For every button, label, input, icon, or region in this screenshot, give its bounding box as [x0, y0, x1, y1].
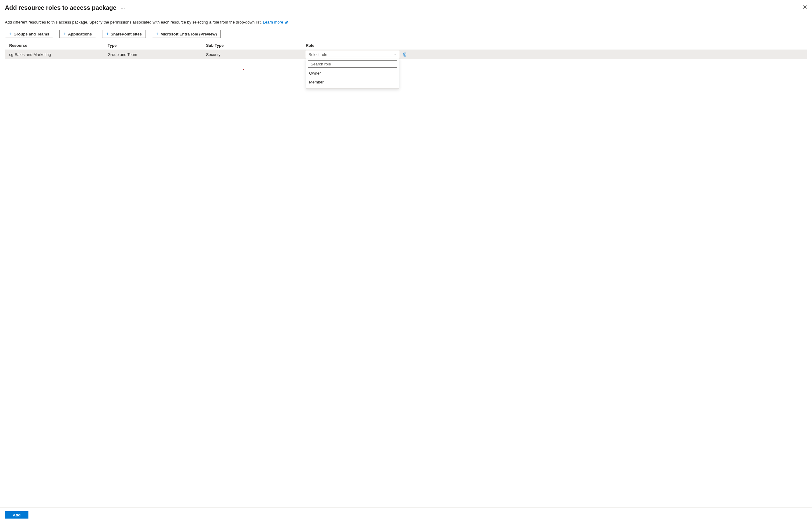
- plus-icon: +: [106, 31, 109, 37]
- panel-footer: Add: [0, 507, 812, 521]
- col-header-subtype: Sub Type: [206, 43, 306, 48]
- close-icon: [803, 5, 807, 9]
- role-option-member[interactable]: Member: [308, 78, 397, 87]
- page-title: Add resource roles to access package: [5, 4, 116, 11]
- plus-icon: +: [156, 31, 159, 37]
- trash-icon: [402, 52, 407, 57]
- role-search-input[interactable]: [308, 60, 397, 68]
- cell-resource: sg-Sales and Marketing: [9, 52, 108, 57]
- plus-icon: +: [9, 31, 11, 37]
- more-actions-icon[interactable]: ···: [121, 6, 125, 10]
- add-sharepoint-button[interactable]: + SharePoint sites: [102, 30, 146, 38]
- table-header-row: Resource Type Sub Type Role: [5, 42, 807, 49]
- table-row: sg-Sales and Marketing Group and Team Se…: [5, 49, 807, 59]
- add-button[interactable]: Add: [5, 511, 28, 519]
- role-dropdown-panel: Owner Member: [306, 58, 399, 89]
- description-text: Add different resources to this access p…: [5, 20, 263, 24]
- red-dot-marker: [243, 69, 244, 70]
- cell-role: Select role Owner Member: [306, 51, 400, 58]
- chevron-down-icon: [393, 52, 396, 56]
- role-select-placeholder: Select role: [308, 52, 327, 57]
- col-header-type: Type: [108, 43, 206, 48]
- add-entra-role-button[interactable]: + Microsoft Entra role (Preview): [152, 30, 221, 38]
- close-button[interactable]: [802, 4, 808, 10]
- role-option-owner[interactable]: Owner: [308, 69, 397, 78]
- add-applications-button[interactable]: + Applications: [59, 30, 96, 38]
- add-groups-teams-button[interactable]: + Groups and Teams: [5, 30, 53, 38]
- role-select-dropdown[interactable]: Select role: [306, 51, 399, 58]
- cell-subtype: Security: [206, 52, 306, 57]
- col-header-role: Role: [306, 43, 400, 48]
- external-link-icon: [285, 21, 288, 24]
- col-header-resource: Resource: [9, 43, 108, 48]
- plus-icon: +: [63, 31, 66, 37]
- resource-type-toolbar: + Groups and Teams + Applications + Shar…: [0, 30, 812, 42]
- delete-row-button[interactable]: [402, 52, 407, 57]
- resources-table: Resource Type Sub Type Role sg-Sales and…: [0, 42, 812, 507]
- cell-type: Group and Team: [108, 52, 206, 57]
- learn-more-link[interactable]: Learn more: [263, 20, 288, 24]
